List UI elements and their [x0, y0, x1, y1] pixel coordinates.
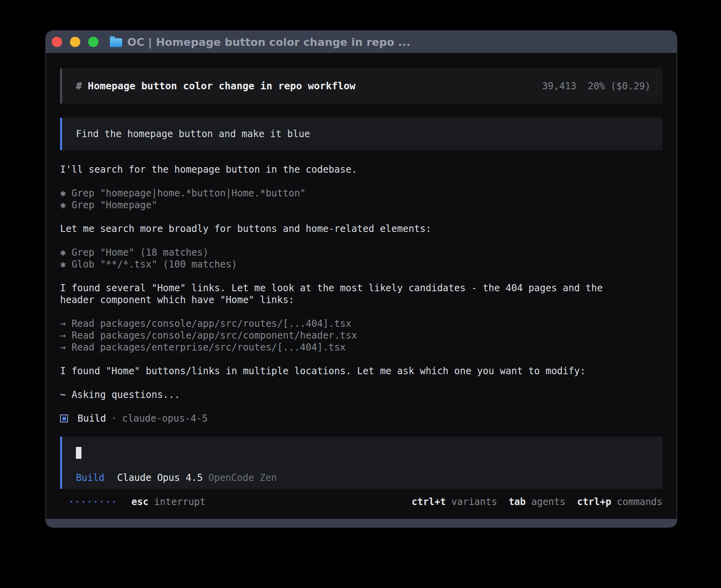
prompt-input[interactable]: BuildClaude Opus 4.5OpenCode Zen	[60, 437, 662, 489]
provider-label: OpenCode Zen	[208, 472, 277, 483]
assistant-text: I found several "Home" links. Let me loo…	[60, 282, 662, 294]
agent-build-icon	[60, 415, 68, 422]
tool-call-read: → Read packages/console/app/src/routes/[…	[60, 318, 662, 330]
window-bottom-bar	[46, 519, 677, 527]
tool-call-read: → Read packages/console/app/src/componen…	[60, 330, 662, 341]
context-usage: 20% ($0.29)	[588, 81, 651, 92]
esc-action-label: interrupt	[154, 496, 206, 507]
token-count: 39,413	[542, 81, 576, 92]
assistant-text: I'll search for the homepage button in t…	[60, 164, 662, 175]
tool-call-grep: ✱ Grep "Home" (18 matches)	[60, 247, 662, 258]
session-title-text: Homepage button color change in repo wor…	[88, 80, 355, 92]
status-asking-questions: ~ Asking questions...	[60, 389, 662, 401]
agent-model: claude-opus-4-5	[122, 413, 208, 424]
zoom-button[interactable]	[88, 37, 98, 47]
transcript: I'll search for the homepage button in t…	[60, 164, 662, 424]
window-title: OC | Homepage button color change in rep…	[127, 36, 410, 48]
traffic-lights	[52, 37, 98, 47]
spinner-dots: ········	[68, 496, 117, 507]
session-stats: 39,41320% ($0.29)	[542, 81, 651, 92]
user-message: Find the homepage button and make it blu…	[60, 118, 662, 150]
assistant-text: I found "Home" buttons/links in multiple…	[60, 365, 662, 377]
folder-icon	[110, 38, 122, 47]
hint-commands: ctrl+pcommands	[577, 496, 662, 507]
tool-call-glob: ✱ Glob "**/*.tsx" (100 matches)	[60, 258, 662, 270]
model-status-line: BuildClaude Opus 4.5OpenCode Zen	[76, 472, 648, 484]
agent-status-row: Build · claude-opus-4-5	[60, 413, 662, 424]
tab-key-hint: tab	[509, 496, 526, 507]
session-title: # Homepage button color change in repo w…	[76, 80, 355, 92]
titlebar-title-group: OC | Homepage button color change in rep…	[110, 36, 410, 48]
terminal-content: # Homepage button color change in repo w…	[46, 53, 677, 508]
assistant-text: header component which have "Home" links…	[60, 294, 662, 306]
tool-call-grep: ✱ Grep "homepage|home.*button|Home.*butt…	[60, 187, 662, 199]
user-message-text: Find the homepage button and make it blu…	[76, 128, 310, 139]
model-label: Claude Opus 4.5	[117, 472, 203, 483]
agents-label: agents	[531, 496, 566, 507]
terminal-window: OC | Homepage button color change in rep…	[46, 31, 677, 527]
ctrl-t-key-hint: ctrl+t	[411, 496, 446, 507]
status-footer: ········ esc interrupt ctrl+tvariants ta…	[60, 496, 662, 508]
input-line	[76, 447, 648, 459]
agent-label: Build	[77, 413, 106, 424]
separator-dot: ·	[111, 413, 117, 424]
heading-hash: #	[76, 80, 88, 92]
tool-call-read: → Read packages/enterprise/src/routes/[.…	[60, 341, 662, 353]
tool-call-grep: ✱ Grep "Homepage"	[60, 199, 662, 211]
esc-key-hint: esc	[132, 496, 149, 507]
hint-agents: tabagents	[509, 496, 566, 507]
minimize-button[interactable]	[70, 37, 80, 47]
mode-label[interactable]: Build	[76, 472, 104, 483]
window-titlebar: OC | Homepage button color change in rep…	[46, 31, 677, 53]
assistant-text: Let me search more broadly for buttons a…	[60, 223, 662, 235]
text-cursor	[76, 447, 81, 459]
commands-label: commands	[617, 496, 662, 507]
close-button[interactable]	[52, 37, 62, 47]
session-header: # Homepage button color change in repo w…	[60, 68, 662, 104]
hint-variants: ctrl+tvariants	[411, 496, 497, 507]
ctrl-p-key-hint: ctrl+p	[577, 496, 612, 507]
variants-label: variants	[451, 496, 497, 507]
